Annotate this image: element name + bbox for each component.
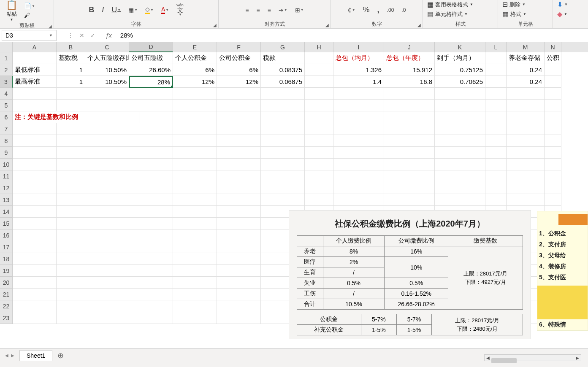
cell-G12[interactable] — [261, 182, 305, 194]
cell-F7[interactable] — [217, 123, 261, 135]
cell-F23[interactable] — [217, 312, 261, 324]
cell-A10[interactable] — [13, 159, 57, 170]
col-header-K[interactable]: K — [435, 42, 485, 52]
cell-F3[interactable]: 12% — [217, 76, 261, 88]
cell-G5[interactable] — [261, 100, 305, 111]
cell-C6[interactable] — [85, 111, 129, 123]
row-header-17[interactable]: 17 — [0, 241, 13, 253]
cancel-button[interactable]: ✕ — [79, 32, 84, 39]
cell-A22[interactable] — [13, 300, 57, 312]
cell-A20[interactable] — [13, 277, 57, 289]
cell-C10[interactable] — [85, 159, 129, 170]
cell-H9[interactable] — [305, 147, 333, 159]
cell-C21[interactable] — [85, 289, 129, 300]
merge-button[interactable]: ⊞▼ — [293, 6, 306, 14]
cell-B11[interactable] — [57, 170, 85, 182]
cell-I1[interactable]: 总包（均月） — [333, 52, 384, 64]
cell-A5[interactable] — [13, 100, 57, 111]
cell-F6[interactable] — [217, 111, 261, 123]
dialog-launcher-icon[interactable]: ◢ — [325, 23, 329, 27]
col-header-L[interactable]: L — [485, 42, 507, 52]
row-header-14[interactable]: 14 — [0, 206, 13, 218]
cell-D17[interactable] — [129, 241, 173, 253]
cell-L13[interactable] — [485, 194, 507, 206]
cell-B19[interactable] — [57, 265, 85, 277]
cell-B10[interactable] — [57, 159, 85, 170]
cell-J11[interactable] — [384, 170, 435, 182]
row-header-19[interactable]: 19 — [0, 265, 13, 277]
cell-M5[interactable] — [507, 100, 545, 111]
cell-B18[interactable] — [57, 253, 85, 265]
cell-H7[interactable] — [305, 123, 333, 135]
cell-A1[interactable] — [13, 52, 57, 64]
cell-E23[interactable] — [173, 312, 217, 324]
cell-H5[interactable] — [305, 100, 333, 111]
col-header-E[interactable]: E — [173, 42, 217, 52]
cell-E10[interactable] — [173, 159, 217, 170]
cell-M12[interactable] — [507, 182, 545, 194]
cell-D21[interactable] — [129, 289, 173, 300]
cell-N7[interactable] — [545, 123, 561, 135]
cell-L3[interactable] — [485, 76, 507, 88]
cell-F8[interactable] — [217, 135, 261, 147]
row-header-1[interactable]: 1 — [0, 52, 13, 64]
cell-F10[interactable] — [217, 159, 261, 170]
row-header-4[interactable]: 4 — [0, 88, 13, 100]
cell-N2[interactable] — [545, 64, 561, 76]
cell-B9[interactable] — [57, 147, 85, 159]
cell-K4[interactable] — [435, 88, 485, 100]
cell-F1[interactable]: 公司公积金 — [217, 52, 261, 64]
cell-L4[interactable] — [485, 88, 507, 100]
cell-F14[interactable] — [217, 206, 261, 218]
cell-E21[interactable] — [173, 289, 217, 300]
cell-F18[interactable] — [217, 253, 261, 265]
row-header-2[interactable]: 2 — [0, 64, 13, 76]
cell-C9[interactable] — [85, 147, 129, 159]
cell-M11[interactable] — [507, 170, 545, 182]
cell-I9[interactable] — [333, 147, 384, 159]
cell-A8[interactable] — [13, 135, 57, 147]
horizontal-scrollbar[interactable]: ◀ ▶ — [484, 354, 581, 361]
dialog-launcher-icon[interactable]: ◢ — [49, 24, 52, 29]
cell-F16[interactable] — [217, 229, 261, 241]
cell-M6[interactable] — [507, 111, 545, 123]
cell-C2[interactable]: 10.50% — [85, 64, 129, 76]
cell-F22[interactable] — [217, 300, 261, 312]
cell-E14[interactable] — [173, 206, 217, 218]
cell-K5[interactable] — [435, 100, 485, 111]
table-format-button[interactable]: ▦套用表格格式▼ — [425, 0, 475, 9]
comma-button[interactable]: , — [376, 5, 381, 15]
cell-N6[interactable] — [545, 111, 561, 123]
cell-A7[interactable] — [13, 123, 57, 135]
cell-K8[interactable] — [435, 135, 485, 147]
row-header-10[interactable]: 10 — [0, 159, 13, 170]
cell-J8[interactable] — [384, 135, 435, 147]
cell-E15[interactable] — [173, 218, 217, 229]
cell-N13[interactable] — [545, 194, 561, 206]
cell-I8[interactable] — [333, 135, 384, 147]
row-header-23[interactable]: 23 — [0, 312, 13, 324]
cell-J1[interactable]: 总包（年度） — [384, 52, 435, 64]
col-header-D[interactable]: D — [129, 42, 173, 52]
col-header-C[interactable]: C — [85, 42, 129, 52]
cell-I10[interactable] — [333, 159, 384, 170]
cell-F21[interactable] — [217, 289, 261, 300]
cell-H6[interactable] — [305, 111, 333, 123]
cell-N3[interactable] — [545, 76, 561, 88]
cell-C15[interactable] — [85, 218, 129, 229]
cell-D3[interactable]: 28% — [129, 76, 173, 88]
cell-C22[interactable] — [85, 300, 129, 312]
cell-D16[interactable] — [129, 229, 173, 241]
cell-L10[interactable] — [485, 159, 507, 170]
cell-G1[interactable]: 税款 — [261, 52, 305, 64]
clear-button[interactable]: ◆▼ — [555, 10, 569, 19]
cell-H2[interactable] — [305, 64, 333, 76]
row-header-12[interactable]: 12 — [0, 182, 13, 194]
cell-D9[interactable] — [129, 147, 173, 159]
cell-D11[interactable] — [129, 170, 173, 182]
col-header-N[interactable]: N — [545, 42, 561, 52]
cell-D4[interactable] — [129, 88, 173, 100]
cell-D1[interactable]: 公司五险缴 — [129, 52, 173, 64]
embedded-image-list[interactable]: 1、公积金 2、支付房 3、父母给 4、装修房 5、支付医 6、特殊情 — [537, 211, 588, 331]
cell-G9[interactable] — [261, 147, 305, 159]
